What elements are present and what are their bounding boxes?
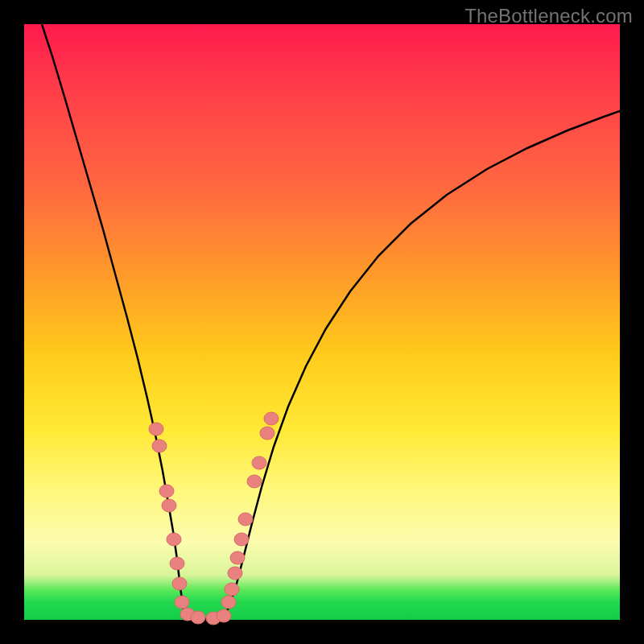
data-point <box>228 567 242 580</box>
data-point <box>264 412 279 425</box>
data-point <box>238 513 253 526</box>
bottleneck-curve-left <box>42 24 189 617</box>
watermark-text: TheBottleneck.com <box>464 5 633 27</box>
data-point <box>217 609 231 622</box>
data-point <box>252 456 266 469</box>
data-point <box>191 611 205 624</box>
data-point <box>159 485 174 497</box>
data-point <box>152 440 167 452</box>
data-point <box>149 423 163 436</box>
data-point <box>175 596 189 609</box>
chart-overlay <box>24 24 620 620</box>
bottleneck-curve-right <box>224 111 620 618</box>
data-point <box>167 533 181 546</box>
data-point <box>225 583 239 596</box>
data-point <box>170 557 184 570</box>
data-point <box>247 475 262 488</box>
data-point <box>234 533 249 546</box>
chart-frame: TheBottleneck.com <box>0 0 644 644</box>
data-dots <box>149 412 279 625</box>
data-point <box>162 499 176 512</box>
data-point <box>230 551 245 564</box>
data-point <box>221 596 236 609</box>
data-point <box>260 427 275 440</box>
data-point <box>172 577 187 590</box>
